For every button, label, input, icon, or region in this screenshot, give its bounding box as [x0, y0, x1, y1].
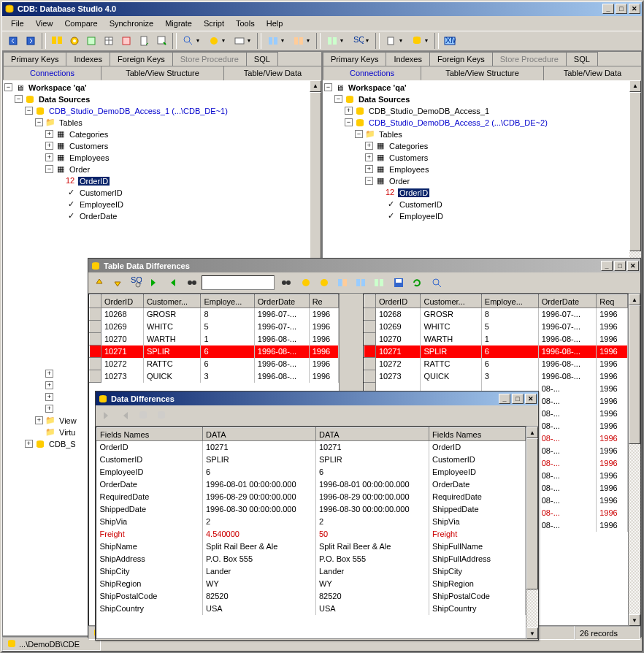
tb-table-dropdown[interactable]: ▼ — [230, 33, 255, 49]
menu-script[interactable]: Script — [198, 18, 230, 29]
col-required[interactable]: Re — [309, 295, 338, 308]
table-row[interactable]: 10268GROSR81996-07-...1996 — [90, 308, 339, 321]
binoculars-icon[interactable] — [183, 275, 200, 291]
table-row[interactable]: RequiredDate1996-08-29 00:00:00.0001996-… — [97, 491, 526, 503]
table-row[interactable]: ShipCityLanderLanderShipCity — [97, 565, 526, 578]
table-row[interactable]: Freight4.54000050Freight — [97, 528, 526, 541]
tab-fk[interactable]: Foreign Keys — [429, 52, 493, 66]
tb-xml-icon[interactable]: XML — [441, 33, 458, 49]
expander[interactable]: − — [15, 95, 23, 103]
tree-employees[interactable]: Employees — [68, 153, 110, 162]
tree-orderdate[interactable]: OrderDate — [78, 212, 118, 221]
col-orderid[interactable]: OrderID — [376, 295, 421, 308]
datadiff-scrollbar[interactable]: ▲ ▼ — [526, 427, 538, 639]
table-row[interactable]: ShipVia22ShipVia — [97, 516, 526, 528]
tree-customerid[interactable]: CustomerID — [398, 200, 444, 209]
table-row[interactable]: ShipNameSplit Rail Beer & AleSplit Rail … — [97, 541, 526, 553]
menu-migrate[interactable]: Migrate — [159, 18, 198, 29]
tree-employeeid[interactable]: EmployeeID — [398, 212, 445, 221]
tab-fk[interactable]: Foreign Keys — [110, 52, 173, 66]
tb-data-icon[interactable] — [118, 33, 135, 49]
expander[interactable]: + — [45, 393, 53, 401]
tree-virtual[interactable]: Virtu — [58, 428, 77, 437]
save-icon[interactable] — [390, 275, 407, 291]
expander[interactable]: + — [25, 440, 33, 448]
tree-db[interactable]: CDB_Studio_DemoDB_Access_1 (...\CDB_DE~1… — [47, 107, 229, 115]
prev-diff-icon[interactable] — [164, 275, 180, 291]
table-row[interactable]: 10271SPLIR61996-08-...1996 — [364, 345, 628, 358]
col-orderdate[interactable]: OrderDate — [538, 295, 596, 308]
tree-orderid[interactable]: OrderID — [398, 188, 429, 197]
scroll-up-icon[interactable]: ▲ — [629, 294, 640, 305]
table-row[interactable]: ShipRegionWYWYShipRegion — [97, 578, 526, 590]
next-arrow-icon[interactable] — [98, 408, 115, 424]
tab-structure[interactable]: Table/View Structure — [101, 66, 224, 80]
expander[interactable]: − — [355, 130, 363, 138]
menu-help[interactable]: Help — [261, 18, 289, 29]
compare2-icon[interactable] — [352, 275, 369, 291]
tb-diff2-icon[interactable]: ▼ — [289, 33, 314, 49]
tab-data[interactable]: Table/View Data — [543, 66, 642, 80]
tb-gear-icon[interactable] — [66, 33, 83, 49]
tb-db-dropdown[interactable]: ▼ — [323, 33, 348, 49]
tree-workspace[interactable]: Workspace 'qa' — [27, 83, 88, 92]
tree-views[interactable]: View — [58, 416, 78, 425]
expander[interactable]: + — [365, 142, 373, 150]
tab-pk[interactable]: Primary Keys — [323, 52, 386, 66]
table-row[interactable]: ShipPostalCode8252082520ShipPostalCode — [97, 590, 526, 603]
datadiff-titlebar[interactable]: Data Differences _ □ ✕ — [96, 392, 538, 405]
table-row[interactable]: 10270WARTH11996-08-...1996 — [90, 333, 339, 345]
tree-customers[interactable]: Customers — [388, 153, 429, 162]
table-row[interactable]: 10270WARTH11996-08-...1996 — [364, 333, 628, 345]
expander[interactable]: − — [334, 95, 342, 103]
compare1-icon[interactable] — [334, 275, 350, 291]
tab-sp[interactable]: Store Procedure — [172, 52, 247, 66]
scroll-up-icon[interactable]: ▲ — [629, 80, 641, 92]
table-row[interactable]: 10272RATTC61996-08-...1996 — [364, 358, 628, 370]
table-row[interactable]: 10273QUICK31996-08-...1996 — [90, 370, 339, 383]
expander[interactable]: − — [45, 165, 53, 173]
tab-pk[interactable]: Primary Keys — [3, 52, 66, 66]
table-row[interactable]: 10269WHITC51996-07-...1996 — [90, 321, 339, 333]
tb-diff1-icon[interactable]: ▼ — [264, 33, 288, 49]
expander[interactable]: − — [35, 118, 43, 126]
menu-compare[interactable]: Compare — [58, 18, 103, 29]
tree-employeeid[interactable]: EmployeeID — [78, 200, 125, 209]
tree-employees[interactable]: Employees — [388, 165, 430, 174]
expander[interactable]: − — [25, 107, 33, 115]
col-customer[interactable]: Customer... — [143, 295, 201, 308]
col-employee[interactable]: Employe... — [481, 295, 538, 308]
tab-structure[interactable]: Table/View Structure — [421, 66, 544, 80]
maximize-button[interactable]: □ — [512, 394, 524, 404]
db2-icon[interactable] — [153, 408, 169, 424]
expander[interactable]: + — [365, 165, 373, 173]
tb-settings-dropdown[interactable]: ▼ — [204, 33, 229, 49]
tab-indexes[interactable]: Indexes — [66, 52, 110, 66]
table-row[interactable]: 10268GROSR81996-07-...1996 — [364, 308, 628, 321]
close-button[interactable]: ✕ — [627, 261, 639, 271]
expander[interactable]: + — [45, 370, 53, 378]
tab-sp[interactable]: Store Procedure — [492, 52, 567, 66]
tab-data[interactable]: Table/View Data — [223, 66, 322, 80]
next-diff-icon[interactable] — [145, 275, 162, 291]
tb-cylinder-dropdown[interactable]: ▼ — [407, 33, 432, 49]
scroll-up-icon[interactable]: ▲ — [526, 427, 538, 438]
data-diff-window[interactable]: Data Differences _ □ ✕ Fields Names DATA… — [95, 391, 539, 641]
col-orderdate[interactable]: OrderDate — [254, 295, 309, 308]
tree-order[interactable]: Order — [388, 177, 411, 186]
table-row[interactable]: 10273QUICK31996-08-...1996 — [364, 370, 628, 383]
expander[interactable]: + — [35, 416, 43, 424]
table-row[interactable]: ShipAddressP.O. Box 555P.O. Box 555ShipF… — [97, 553, 526, 565]
tb-grid-icon[interactable] — [101, 33, 118, 49]
prev-arrow-icon[interactable] — [116, 408, 133, 424]
tree-customerid[interactable]: CustomerID — [78, 188, 124, 197]
tab-sql[interactable]: SQL — [246, 52, 278, 66]
col-orderid[interactable]: OrderID — [101, 295, 144, 308]
tb-script-icon[interactable] — [136, 33, 153, 49]
scroll-down-icon[interactable]: ▼ — [629, 614, 640, 626]
close-button[interactable]: ✕ — [629, 4, 640, 14]
gear1-icon[interactable] — [297, 275, 314, 291]
tab-connections[interactable]: Connections — [3, 66, 101, 80]
tb-find-dropdown[interactable]: ▼ — [179, 33, 204, 49]
tablediff-scrollbar[interactable]: ▲ ▼ — [629, 294, 640, 626]
